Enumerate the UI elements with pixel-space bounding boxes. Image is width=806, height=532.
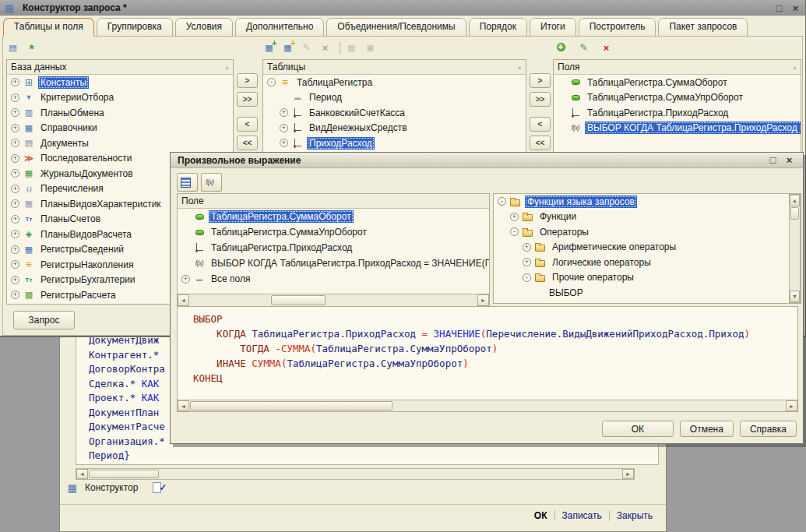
add-field-button[interactable] [554,41,571,55]
h-scrollbar[interactable]: ◄ ► [76,468,635,480]
dialog-field-item[interactable]: +ТаблицаРегистра.СуммаОборот [178,209,489,224]
maximize-button[interactable]: □ [773,2,786,14]
scroll-up-button[interactable]: ▲ [790,195,800,206]
query-tab-button[interactable]: Запрос [13,311,75,329]
table-item[interactable]: +ВидДенежныхСредств [263,121,526,136]
cancel-button[interactable]: Отмена [680,421,734,437]
expand-icon[interactable]: + [11,154,19,163]
dialog-title-bar[interactable]: Произвольное выражение □ × [171,153,803,168]
move-all-left-button[interactable]: << [237,136,258,150]
scrollbar-thumb[interactable] [790,207,799,220]
add-table-button[interactable]: ▦ [262,41,279,55]
function-tree-item[interactable]: +Функции [494,210,789,225]
function-tree-item[interactable]: +Арифметические операторы [494,240,789,255]
expand-icon[interactable]: + [11,185,19,193]
fx-button-button[interactable]: f(x) [201,173,222,192]
close-button[interactable]: Закрыть [610,509,660,523]
move-right-button[interactable]: > [530,73,551,88]
tab[interactable]: Объединения/Псевдонимы [326,18,466,37]
tab[interactable]: Построитель [579,18,656,37]
dialog-field-item[interactable]: +ТаблицаРегистра.СуммаУпрОборот [178,224,489,240]
expand-icon[interactable]: + [11,230,19,238]
ok-button[interactable]: ОК [527,509,554,523]
field-item[interactable]: +ТаблицаРегистра.СуммаУпрОборот [554,90,801,106]
database-item[interactable]: +▼КритерииОтбора [7,90,233,106]
collapse-icon[interactable]: - [498,197,506,206]
field-item[interactable]: +f(x)ВЫБОР КОГДА ТаблицаРегистра.ПриходР… [554,121,801,136]
database-item[interactable]: +⊞Константы [7,75,233,90]
scrollbar-thumb[interactable] [89,470,159,478]
expand-icon[interactable]: + [280,139,288,147]
expand-icon[interactable]: + [11,245,19,254]
function-tree-item[interactable]: +ВЫБОР [494,285,789,301]
function-tree-item[interactable]: -Операторы [494,224,789,240]
title-bar[interactable]: ▦ Конструктор запроса * □ × [0,0,805,16]
tab[interactable]: Итоги [530,18,576,37]
move-all-right-button[interactable]: >> [530,92,551,107]
scroll-left-button[interactable]: ◄ [178,400,189,411]
database-item[interactable]: +▦Справочники [7,121,233,136]
delete-field-button[interactable]: × [600,41,616,55]
table-item[interactable]: -≡ТаблицаРегистра [263,75,526,90]
tab[interactable]: Условия [175,18,233,37]
expand-icon[interactable]: + [523,258,531,266]
expand-icon[interactable]: + [11,260,19,269]
add-nested-table-button[interactable]: ▦ [281,41,297,55]
expand-icon[interactable]: + [181,275,190,284]
columns-list-button[interactable]: ▤ [6,41,23,55]
expand-icon[interactable]: + [11,199,19,208]
edit-field-button[interactable]: ✎ [577,41,593,55]
expression-editor[interactable]: ВЫБОР КОГДА ТаблицаРегистра.ПриходРасход… [177,306,798,412]
tab[interactable]: Порядок [469,18,527,37]
expand-icon[interactable]: + [11,139,19,147]
expand-icon[interactable]: + [523,243,531,252]
database-item[interactable]: +▤Документы [7,136,233,151]
table-item[interactable]: +БанковскийСчетКасса [263,105,526,121]
help-button[interactable]: Справка [740,421,797,437]
function-tree-item[interactable]: -Функции языка запросов [494,194,789,210]
expand-icon[interactable]: + [11,108,19,117]
h-scrollbar[interactable]: ◄ ► [178,294,489,306]
v-scrollbar[interactable]: ▲ ▼ [789,194,801,303]
expand-icon[interactable]: + [11,124,19,132]
scrollbar-thumb[interactable] [190,401,392,410]
function-tree-item[interactable]: +ВЫРАЗИТЬ [494,301,789,304]
maximize-button[interactable]: □ [766,154,780,166]
fields-panel-button[interactable] [177,173,198,192]
ok-button[interactable]: ОК [602,421,674,437]
dialog-field-item[interactable]: +f(x)ВЫБОР КОГДА ТаблицаРегистра.ПриходР… [178,255,489,271]
settings-gear-button[interactable]: * [25,41,41,55]
move-all-right-button[interactable]: >> [237,92,258,107]
scroll-right-button[interactable]: ► [786,400,797,411]
expand-icon[interactable]: + [11,93,19,102]
move-all-left-button[interactable]: << [530,136,551,150]
field-item[interactable]: +ТаблицаРегистра.ПриходРасход [554,105,801,121]
expand-icon[interactable]: + [280,124,288,132]
tab[interactable]: Таблицы и поля [3,18,94,37]
scroll-left-button[interactable]: ◄ [76,469,88,479]
collapse-icon[interactable]: - [523,273,531,282]
h-scrollbar[interactable]: ◄ ► [178,400,797,411]
scroll-down-button[interactable]: ▼ [790,291,800,302]
expand-icon[interactable]: + [11,169,19,178]
constructor-button[interactable]: Конструктор [85,482,138,493]
collapse-icon[interactable]: - [267,78,276,86]
scroll-left-button[interactable]: ◄ [178,294,189,306]
dialog-field-item[interactable]: +ТаблицаРегистра.ПриходРасход [178,240,489,255]
field-item[interactable]: +ТаблицаРегистра.СуммаОборот [554,75,801,90]
save-button[interactable]: Записать [555,509,609,523]
move-left-button[interactable]: < [237,117,258,132]
close-button[interactable]: × [789,2,802,14]
scrollbar-thumb[interactable] [271,295,326,305]
table-item[interactable]: +ПриходРасход [263,136,526,151]
dialog-field-item[interactable]: +▬Все поля [178,271,489,287]
database-item[interactable]: +▥ПланыОбмена [7,105,233,121]
expand-icon[interactable]: + [11,215,19,224]
collapse-icon[interactable]: - [510,227,519,236]
function-tree-item[interactable]: +Логические операторы [494,255,789,270]
expand-icon[interactable]: + [11,78,19,86]
syntax-check-icon[interactable] [152,482,164,493]
move-right-button[interactable]: > [237,73,258,88]
scroll-right-button[interactable]: ► [477,294,489,306]
tab[interactable]: Дополнительно [235,18,324,37]
